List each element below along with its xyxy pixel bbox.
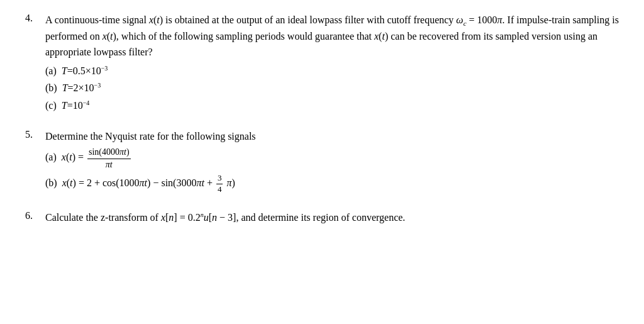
problem-5-number: 5. (25, 129, 45, 140)
problem-6-text: Calculate the z-transform of x[n] = 0.2n… (45, 210, 619, 226)
fraction-3-4-num: 3 (216, 173, 223, 184)
problem-4-sub-b: (b) T=2×10−3 (45, 80, 619, 96)
fraction-numerator: sin(4000πt) (87, 147, 131, 159)
problem-4-sub-c: (c) T=10−4 (45, 98, 619, 114)
problem-4-text: A continuous-time signal x(t) is obtaine… (45, 13, 619, 60)
problem-list: 4. A continuous-time signal x(t) is obta… (25, 13, 619, 228)
fraction-3-4-den: 4 (216, 184, 223, 195)
problem-6-content: Calculate the z-transform of x[n] = 0.2n… (45, 210, 619, 228)
problem-4-sub-a: (a) T=0.5×10−3 (45, 63, 619, 79)
problem-4: 4. A continuous-time signal x(t) is obta… (25, 13, 619, 115)
problem-4-number: 4. (25, 13, 45, 24)
problem-5-content: Determine the Nyquist rate for the follo… (45, 129, 619, 196)
fraction-sin4000: sin(4000πt) πt (87, 147, 131, 170)
problem-6-number: 6. (25, 210, 45, 221)
problem-4-content: A continuous-time signal x(t) is obtaine… (45, 13, 619, 115)
problem-5-sub-b: (b) x(t) = 2 + cos(1000πt) − sin(3000πt … (45, 173, 619, 195)
fraction-denominator: πt (104, 159, 114, 170)
problem-5-text: Determine the Nyquist rate for the follo… (45, 129, 619, 145)
problem-5-sub-a: (a) x(t) = sin(4000πt) πt (45, 147, 619, 170)
problem-5-sub-items: (a) x(t) = sin(4000πt) πt (b) x(t) = 2 +… (45, 147, 619, 194)
fraction-3-4: 3 4 (216, 173, 223, 195)
problem-5: 5. Determine the Nyquist rate for the fo… (25, 129, 619, 196)
problem-6: 6. Calculate the z-transform of x[n] = 0… (25, 210, 619, 228)
problem-4-sub-items: (a) T=0.5×10−3 (b) T=2×10−3 (c) T=10−4 (45, 63, 619, 114)
